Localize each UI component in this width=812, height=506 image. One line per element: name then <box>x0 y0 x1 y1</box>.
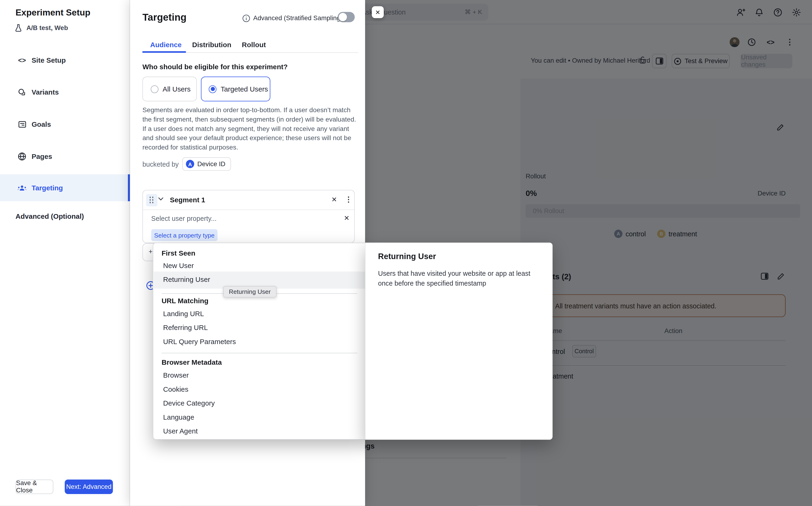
bucketed-by-chip[interactable]: A Device ID <box>182 157 231 171</box>
sidebar-item-label: Goals <box>31 120 51 128</box>
dropdown-item-referring-url[interactable]: Referring URL <box>163 324 208 332</box>
active-tab-underline <box>142 51 186 53</box>
audience-people-icon <box>18 183 26 192</box>
panel-title: Targeting <box>142 12 187 23</box>
dropdown-item-language[interactable]: Language <box>163 413 194 421</box>
sidebar-item-variants[interactable]: Variants <box>0 85 130 99</box>
experiment-type-label: A/B test, Web <box>26 24 68 32</box>
sidebar-item-site-setup[interactable]: <> Site Setup <box>0 53 130 67</box>
next-advanced-button[interactable]: Next: Advanced <box>65 480 113 494</box>
sidebar-item-targeting[interactable]: Targeting <box>0 174 130 201</box>
save-close-label: Save & Close <box>16 480 53 494</box>
radio-selected-icon <box>209 85 216 93</box>
tab-rollout[interactable]: Rollout <box>242 41 266 49</box>
sidebar-item-pages[interactable]: Pages <box>0 149 130 164</box>
close-x-icon: ✕ <box>375 8 381 16</box>
drag-tooltip-label: Returning User <box>229 288 271 296</box>
sidebar-item-label: Targeting <box>31 184 63 192</box>
info-icon <box>243 14 250 22</box>
bucketed-by-label: bucketed by <box>142 160 179 168</box>
dropdown-section-browser-metadata: Browser Metadata <box>162 358 222 366</box>
radio-unselected-icon <box>151 85 158 93</box>
goals-icon <box>18 120 26 129</box>
property-detail-description: Users that have visited your website or … <box>378 268 533 288</box>
code-icon: <> <box>18 56 26 64</box>
drag-dots-icon <box>149 197 154 204</box>
all-users-option[interactable]: All Users <box>142 77 197 101</box>
next-advanced-label: Next: Advanced <box>66 483 112 491</box>
modal-title: Experiment Setup <box>15 8 90 18</box>
dropdown-item-new-user[interactable]: New User <box>163 262 194 269</box>
dropdown-item-browser[interactable]: Browser <box>163 371 189 379</box>
toggle-knob <box>339 13 347 21</box>
dropdown-item-user-agent[interactable]: User Agent <box>163 427 198 435</box>
dropdown-section-url-matching: URL Matching <box>162 297 208 305</box>
tab-distribution[interactable]: Distribution <box>192 41 231 49</box>
sidebar-item-label: Pages <box>31 152 52 160</box>
flask-icon <box>14 24 22 32</box>
dropdown-item-url-query-parameters[interactable]: URL Query Parameters <box>163 338 236 345</box>
dropdown-section-first-seen: First Seen <box>162 249 196 257</box>
dropdown-item-device-category[interactable]: Device Category <box>163 400 215 407</box>
property-type-chip[interactable]: Select a property type <box>151 229 217 241</box>
property-select-placeholder[interactable]: Select user property... <box>151 215 217 223</box>
dropdown-item-cookies[interactable]: Cookies <box>163 386 189 393</box>
targeted-users-label: Targeted Users <box>221 85 268 93</box>
dropdown-item-landing-url[interactable]: Landing URL <box>163 310 204 318</box>
dropdown-divider <box>162 353 357 353</box>
experiment-setup-sidebar: Experiment Setup A/B test, Web <> Site S… <box>0 0 130 506</box>
variants-icon <box>18 88 26 96</box>
eligibility-question: Who should be eligible for this experime… <box>142 63 287 71</box>
property-clear-icon[interactable]: ✕ <box>344 214 350 222</box>
chevron-down-icon[interactable] <box>158 197 163 201</box>
advanced-toggle[interactable] <box>338 12 355 22</box>
drag-handle[interactable] <box>146 194 157 206</box>
property-detail-panel: Returning User Users that have visited y… <box>365 243 553 440</box>
dropdown-item-returning-user[interactable]: Returning User <box>163 276 210 283</box>
property-type-dropdown: First Seen New User Returning User URL M… <box>153 243 365 440</box>
segment-card: Segment 1 ✕ ⋮ Select user property... ✕ … <box>142 190 355 243</box>
bucketed-by-value: Device ID <box>197 160 225 168</box>
sidebar-item-goals[interactable]: Goals <box>0 117 130 132</box>
drag-tooltip: Returning User <box>223 286 276 298</box>
segment-title: Segment 1 <box>170 196 205 204</box>
globe-icon <box>18 152 26 161</box>
property-type-chip-label: Select a property type <box>154 231 214 239</box>
segment-close-icon[interactable]: ✕ <box>332 195 337 203</box>
experiment-type: A/B test, Web <box>14 24 68 32</box>
amplitude-logo-icon: A <box>186 160 194 168</box>
plus-icon: + <box>149 248 153 256</box>
sidebar-item-advanced[interactable]: Advanced (Optional) <box>15 213 84 221</box>
segment-header-divider <box>143 209 354 210</box>
experiment-setup-screen: Ask a question ⌘ + K <> ⋮ You <box>0 0 812 506</box>
sidebar-item-label: Variants <box>31 88 59 96</box>
modal-close-button[interactable]: ✕ <box>372 6 384 18</box>
save-close-button[interactable]: Save & Close <box>15 480 53 494</box>
segments-description: Segments are evaluated in order top-to-b… <box>142 106 357 152</box>
tab-audience[interactable]: Audience <box>150 41 182 49</box>
property-detail-title: Returning User <box>378 252 436 261</box>
sidebar-item-label: Site Setup <box>31 56 66 64</box>
advanced-toggle-label: Advanced (Stratified Sampling) <box>253 14 343 22</box>
targeted-users-option[interactable]: Targeted Users <box>201 77 270 101</box>
all-users-label: All Users <box>162 85 191 93</box>
segment-kebab-icon[interactable]: ⋮ <box>345 195 352 203</box>
